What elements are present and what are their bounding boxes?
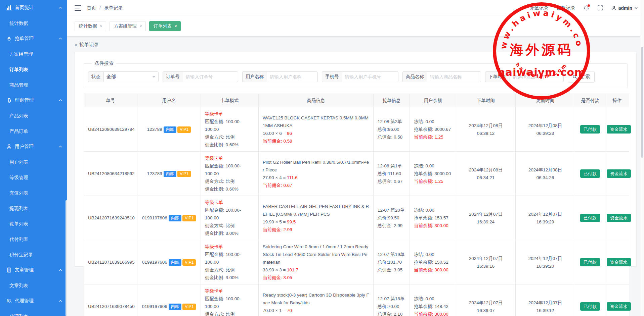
grab-info-cell: 12-08 第1单总价:111.60总佣金: 0.67 [374, 152, 410, 196]
order-no-input[interactable] [183, 71, 239, 82]
mode-cell: 等级卡单匹配金额: 100.00-100.00佣金方式: 比例佣金比例: 3.0… [201, 284, 259, 316]
chevron-up-icon [58, 98, 62, 102]
update-time: 2024年12月08日 06:34:26 [516, 152, 575, 196]
order-time-input[interactable] [510, 71, 564, 82]
tab-1[interactable]: 方案组管理× [110, 21, 146, 31]
search-icon [572, 74, 577, 79]
bell-icon[interactable] [584, 5, 589, 11]
sidebar-group-user[interactable]: 用户管理 [0, 139, 67, 154]
sidebar-item-1-2[interactable]: 商品管理 [0, 77, 67, 93]
chevron-down-icon [152, 76, 156, 78]
sidebar-item-3-2[interactable]: 充值列表 [0, 185, 67, 201]
sidebar-group-article[interactable]: 文章管理 [0, 262, 67, 278]
fund-flow-button[interactable]: 资金流水 [607, 125, 631, 134]
product-cell: Ready stock(0-3 year) Cartoon 3D Disposa… [259, 284, 374, 316]
balance-cell: 冻结: 0.00抢单余额: 153.57当前余额: 300.00 [410, 196, 456, 240]
fullscreen-icon[interactable] [597, 5, 603, 11]
sidebar-item-1-1[interactable]: 订单列表 [0, 62, 67, 77]
table-header-row: 单号用户名卡单模式商品信息抢单信息用户余额下单时间更新时间是否付款操作 [84, 94, 629, 107]
mode-cell: 等级卡单匹配金额: 100.00-100.00佣金方式: 比例佣金比例: 0.6… [201, 107, 259, 152]
fund-flow-button[interactable]: 资金流水 [607, 302, 631, 311]
balance-cell: 冻结: 0.00抢单余额: 150.52当前余额: 300.00 [410, 240, 456, 284]
sidebar-item-2-1[interactable]: 产品订单 [0, 123, 67, 139]
mode-cell: 等级卡单匹配金额: 100.00-100.00佣金方式: 比例佣金比例: 3.0… [201, 196, 259, 240]
status-select[interactable]: 全部 [103, 71, 159, 82]
grab-info-cell: 12-08 第2单总价:96.00总佣金: 0.58 [374, 107, 410, 152]
order-no: UB2412071639243510 [84, 196, 137, 240]
sidebar-group-finance[interactable]: 理财管理 [0, 93, 67, 108]
sidebar-item-5-0[interactable]: 代理列表 [0, 309, 67, 316]
vip-badge: VIP1 [182, 304, 196, 310]
sidebar-group-flame[interactable]: 抢单管理 [0, 31, 67, 46]
topbar: 首页 / 抢单记录 充值记录 提款记录 admin [67, 0, 644, 16]
paid-status-button[interactable]: 已付款 [580, 258, 600, 267]
close-icon[interactable]: × [100, 24, 102, 29]
grab-info-cell: 12-07 第19单总价:101.70总佣金: 3.05 [374, 240, 410, 284]
sidebar-item-3-6[interactable]: 积分宝记录 [0, 247, 67, 262]
update-time: 2024年12月08日 06:39:23 [516, 107, 575, 152]
menu-toggle-icon[interactable] [75, 5, 81, 11]
sidebar-group-chart[interactable]: 首页统计 [0, 0, 67, 15]
update-time: 2024年12月07日 16:39:20 [516, 240, 575, 284]
sidebar-item-4-0[interactable]: 文章列表 [0, 278, 67, 293]
username-input[interactable] [267, 71, 318, 82]
product-name-input[interactable] [427, 71, 481, 82]
notification-dot [588, 4, 590, 7]
sidebar-group-agents[interactable]: 代理管理 [0, 293, 67, 309]
chart-icon [6, 5, 12, 11]
fund-flow-button[interactable]: 资金流水 [607, 169, 631, 178]
col-header-5: 用户余额 [410, 94, 456, 107]
close-icon[interactable]: × [174, 24, 177, 29]
col-header-0: 单号 [84, 94, 137, 107]
sidebar-item-2-0[interactable]: 产品列表 [0, 108, 67, 123]
user-cell: 0199197606 内部 VIP1 [137, 284, 201, 316]
recharge-records-link[interactable]: 充值记录 [530, 5, 549, 11]
order-time: 2024年12月07日 16:39:16 [456, 240, 516, 284]
sidebar-item-3-5[interactable]: 代付列表 [0, 231, 67, 247]
paid-status-button[interactable]: 已付款 [580, 169, 600, 178]
sidebar-scrollbar[interactable] [66, 200, 67, 316]
paid-status-button[interactable]: 已付款 [580, 214, 600, 222]
user-cell: 0199197606 内部 VIP1 [137, 240, 201, 284]
internal-badge: 内部 [164, 171, 176, 177]
agents-icon [6, 298, 12, 304]
tab-2[interactable]: 订单列表× [149, 21, 181, 31]
sidebar-item-3-0[interactable]: 用户列表 [0, 154, 67, 170]
chevron-up-icon [58, 268, 62, 272]
table-row: UB24120716392435100199197606 内部 VIP1等级卡单… [84, 196, 629, 240]
finance-icon [6, 97, 12, 103]
user-avatar-icon [611, 5, 616, 11]
sidebar-item-1-0[interactable]: 方案组管理 [0, 46, 67, 62]
chevron-up-icon [58, 299, 62, 303]
phone-input[interactable] [342, 71, 399, 82]
user-icon [6, 144, 12, 150]
paid-status-button[interactable]: 已付款 [580, 302, 600, 311]
fund-flow-button[interactable]: 资金流水 [607, 258, 631, 267]
user-menu[interactable]: admin [611, 5, 638, 11]
section-marker: » [75, 42, 77, 47]
fund-flow-button[interactable]: 资金流水 [607, 214, 631, 222]
order-time: 2024年12月07日 16:39:24 [456, 196, 516, 240]
search-legend: 条件搜索 [92, 60, 116, 66]
table-row: UB2412080634218592123789 内部 VIP1等级卡单匹配金额… [84, 152, 629, 196]
col-header-6: 下单时间 [456, 94, 516, 107]
order-no: UB2412080639129784 [84, 107, 137, 152]
tab-0[interactable]: 统计数据× [75, 21, 106, 31]
withdraw-records-link[interactable]: 提款记录 [557, 5, 575, 11]
breadcrumb-home[interactable]: 首页 [87, 5, 96, 10]
sidebar-item-0-0[interactable]: 统计数据 [0, 15, 67, 31]
main-panel: 条件搜索 状态全部订单号用户名称手机号商品名称下单时间 搜 索 单号用户名卡单模… [75, 52, 637, 267]
order-no: UB2412080634218592 [84, 152, 137, 196]
sidebar-item-3-4[interactable]: 账单列表 [0, 216, 67, 231]
close-icon[interactable]: × [139, 24, 142, 29]
content: »抢单记录 条件搜索 状态全部订单号用户名称手机号商品名称下单时间 搜 索 [67, 36, 644, 316]
sidebar-item-3-1[interactable]: 等级管理 [0, 170, 67, 185]
window-scrollbar[interactable] [640, 0, 644, 316]
internal-badge: 内部 [169, 259, 181, 266]
sidebar-item-3-3[interactable]: 提现列表 [0, 201, 67, 216]
mode-cell: 等级卡单匹配金额: 100.00-100.00佣金方式: 比例佣金比例: 0.6… [201, 152, 259, 196]
scrollbar-thumb[interactable] [641, 47, 643, 158]
paid-status-button[interactable]: 已付款 [580, 125, 600, 134]
search-button[interactable]: 搜 索 [568, 71, 595, 83]
user-cell: 123789 内部 VIP1 [137, 107, 201, 152]
